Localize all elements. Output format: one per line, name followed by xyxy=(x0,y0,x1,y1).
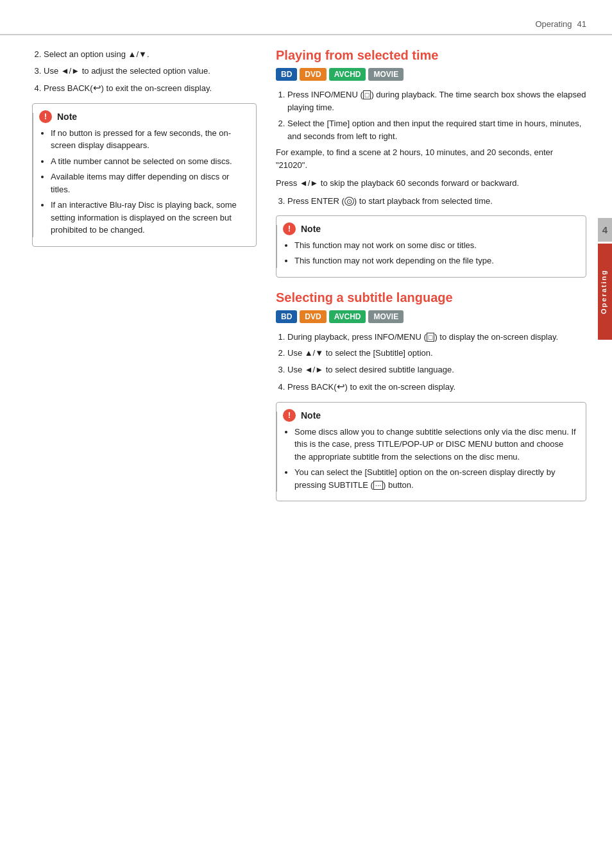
section2-step-2: Use ▲/▼ to select the [Subtitle] option. xyxy=(287,347,586,360)
section1-note-box: ! Note This function may not work on som… xyxy=(276,215,586,278)
badge-avchd-2: AVCHD xyxy=(329,310,366,323)
badge-bd-1: BD xyxy=(276,68,297,81)
badge-dvd-2: DVD xyxy=(300,310,326,323)
sidebar-label: Operating xyxy=(598,244,612,340)
badge-bd-2: BD xyxy=(276,310,297,323)
right-column: Playing from selected time BD DVD AVCHD … xyxy=(276,48,586,512)
section1-note-title: Note xyxy=(301,224,321,234)
left-step-2: Select an option using ▲/▼. xyxy=(44,48,257,61)
left-note-list: If no button is pressed for a few second… xyxy=(39,127,247,237)
badge-avchd-1: AVCHD xyxy=(329,68,366,81)
badge-dvd-1: DVD xyxy=(300,68,326,81)
left-note-header: ! Note xyxy=(39,110,247,123)
section2-step-4: Press BACK(↩) to exit the on-screen disp… xyxy=(287,380,586,394)
section2-step-3: Use ◄/► to select desired subtitle langu… xyxy=(287,363,586,376)
section2-title: Selecting a subtitle language xyxy=(276,290,586,305)
section1-note-list: This function may not work on some disc … xyxy=(283,239,577,267)
section-subtitle: Selecting a subtitle language BD DVD AVC… xyxy=(276,290,586,502)
left-step-4: Press BACK(↩) to exit the on-screen disp… xyxy=(44,81,257,96)
page-header: Operating 41 xyxy=(0,19,612,35)
section-label: Operating xyxy=(535,19,572,29)
section2-badges: BD DVD AVCHD MOVIE xyxy=(276,310,586,323)
section1-note-item-1: This function may not work on some disc … xyxy=(294,239,577,252)
section1-step-2: Select the [Time] option and then input … xyxy=(287,117,586,190)
left-note-item-1: If no button is pressed for a few second… xyxy=(51,127,247,152)
section2-note-item-1: Some discs allow you to change subtitle … xyxy=(294,426,577,463)
section2-note-header: ! Note xyxy=(283,409,577,422)
section2-note-icon: ! xyxy=(283,409,296,422)
section1-note-icon: ! xyxy=(283,222,296,235)
section1-title: Playing from selected time xyxy=(276,48,586,63)
page-number: 41 xyxy=(577,19,586,29)
sidebar-number: 4 xyxy=(598,218,612,242)
left-note-item-2: A title number cannot be selected on som… xyxy=(51,155,247,168)
section1-step-1: Press INFO/MENU (□) during playback. The… xyxy=(287,88,586,113)
section2-note-title: Note xyxy=(301,410,321,421)
badge-movie-1: MOVIE xyxy=(368,68,404,81)
section1-step-3: Press ENTER (⊙) to start playback from s… xyxy=(287,195,586,208)
section-playing-time: Playing from selected time BD DVD AVCHD … xyxy=(276,48,586,278)
section2-note-box: ! Note Some discs allow you to change su… xyxy=(276,402,586,502)
left-note-box: ! Note If no button is pressed for a few… xyxy=(32,103,257,247)
left-note-item-4: If an interactive Blu-ray Disc is playin… xyxy=(51,199,247,237)
section1-para-1: For example, to find a scene at 2 hours,… xyxy=(276,146,586,172)
page-container: Operating 41 4 Operating Select an optio… xyxy=(0,0,612,868)
left-step-3: Use ◄/► to adjust the selected option va… xyxy=(44,65,257,78)
section2-note-item-2: You can select the [Subtitle] option on … xyxy=(294,466,577,491)
section2-steps: During playback, press INFO/MENU (□) to … xyxy=(276,331,586,394)
section2-note-list: Some discs allow you to change subtitle … xyxy=(283,426,577,492)
section1-steps: Press INFO/MENU (□) during playback. The… xyxy=(276,88,586,208)
left-steps-list: Select an option using ▲/▼. Use ◄/► to a… xyxy=(32,48,257,96)
section1-note-item-2: This function may not work depending on … xyxy=(294,255,577,267)
left-note-icon: ! xyxy=(39,110,52,123)
section1-badges: BD DVD AVCHD MOVIE xyxy=(276,68,586,81)
left-column: Select an option using ▲/▼. Use ◄/► to a… xyxy=(32,48,257,512)
badge-movie-2: MOVIE xyxy=(368,310,404,323)
content-area: Select an option using ▲/▼. Use ◄/► to a… xyxy=(0,48,612,512)
section1-para-2: Press ◄/► to skip the playback 60 second… xyxy=(276,177,586,190)
section2-step-1: During playback, press INFO/MENU (□) to … xyxy=(287,331,586,344)
section1-note-header: ! Note xyxy=(283,222,577,235)
left-note-title: Note xyxy=(57,112,77,122)
left-note-item-3: Available items may differ depending on … xyxy=(51,171,247,196)
